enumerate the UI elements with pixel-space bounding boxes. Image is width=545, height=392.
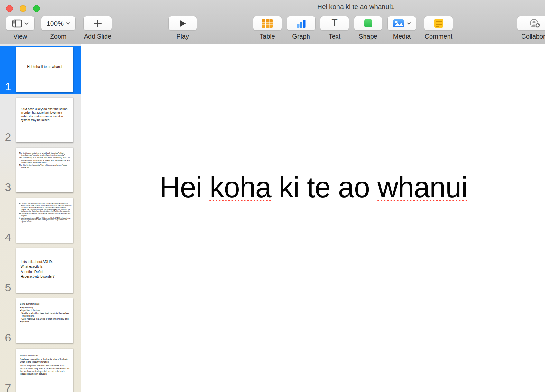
slide-thumbnail[interactable]: Lets talk about ADHD.What exactly isAtte… xyxy=(16,248,73,293)
graph-button[interactable]: Graph xyxy=(287,16,316,31)
thumbnail-paragraph: The first is our nurturing of what I cal… xyxy=(19,152,72,156)
slide-number: 7 xyxy=(0,382,16,392)
text-icon: T xyxy=(331,18,338,28)
zoom-button[interactable]: 100% Zoom xyxy=(41,16,76,31)
thumbnail-paragraph: • Impulsive behaviour xyxy=(20,309,71,312)
thumbnail-paragraph: For those of use who teach according to … xyxy=(19,203,72,212)
view-button[interactable]: View xyxy=(6,16,35,31)
zoom-window-button[interactable] xyxy=(33,5,40,12)
thumbnail-paragraph: A delayed maturation of the frontal lobe… xyxy=(20,358,71,364)
slide-thumbnail[interactable]: Hei koha ki te ao whanui xyxy=(16,47,73,92)
toolbar: Hei koha ki te ao whanui1 View 100% xyxy=(0,0,545,44)
keynote-window: Hei koha ki te ao whanui1 View 100% xyxy=(0,0,545,392)
table-label: Table xyxy=(260,33,275,40)
thumbnail-paragraph: • Unable to sit still or keep their hand… xyxy=(20,312,71,317)
slide-title-text[interactable]: Hei koha ki te ao whanui xyxy=(82,173,545,202)
add-slide-button[interactable]: Add Slide xyxy=(83,16,112,31)
play-icon xyxy=(179,19,187,28)
slide-thumbnail[interactable]: What is the cause?A delayed maturation o… xyxy=(16,349,73,392)
slide-row: 5 Lets talk about ADHD.What exactly isAt… xyxy=(0,248,81,293)
table-button[interactable]: Table xyxy=(253,16,282,31)
play-label: Play xyxy=(176,33,189,40)
thumbnail-paragraph: Some symptoms are xyxy=(20,303,71,306)
slide-thumbnail[interactable]: For those of use who teach according to … xyxy=(16,198,73,243)
slide-number: 4 xyxy=(0,231,16,244)
title-word: ki te ao xyxy=(271,171,377,203)
chevron-down-icon xyxy=(66,22,70,25)
thumbnail-paragraph: • dyslexia xyxy=(20,320,71,323)
slide-number: 1 xyxy=(0,80,16,93)
slide-number: 5 xyxy=(0,281,16,294)
graph-label: Graph xyxy=(292,33,310,40)
view-label: View xyxy=(14,33,27,40)
text-button[interactable]: T Text xyxy=(320,16,349,31)
slide-thumbnail[interactable]: Some symptoms are• Hyperactivity• Impuls… xyxy=(16,298,73,343)
shape-icon xyxy=(364,19,373,28)
add-collaborator-icon xyxy=(530,19,540,28)
shape-label: Shape xyxy=(359,33,377,40)
collaborate-label: Collabora xyxy=(521,33,545,40)
misspelled-word: whanui xyxy=(377,171,467,203)
comment-button[interactable]: Comment xyxy=(424,16,453,31)
misspelled-word: koha xyxy=(210,171,271,203)
thumbnail-paragraph: Hyperactivity Disorder? xyxy=(21,274,71,279)
zoom-label: Zoom xyxy=(50,33,66,40)
view-layout-icon xyxy=(12,19,22,28)
media-button[interactable]: Media xyxy=(387,16,416,31)
thumbnail-paragraph: Lets talk about ADHD. xyxy=(21,259,71,264)
chevron-down-icon xyxy=(24,22,29,25)
slide-row: 6 Some symptoms are• Hyperactivity• Impu… xyxy=(0,298,81,343)
collaborate-button[interactable]: Collabora xyxy=(517,16,545,31)
media-label: Media xyxy=(393,33,411,40)
slide-row: 7 What is the cause?A delayed maturation… xyxy=(0,349,81,392)
slide-number: 2 xyxy=(0,131,16,143)
thumbnail-paragraph: This is the part of the brain which enab… xyxy=(20,364,71,376)
text-label: Text xyxy=(329,33,341,40)
window-title: Hei koha ki te ao whanui1 xyxy=(285,3,427,11)
thumbnail-paragraph: The third is the “rangatira” key which m… xyxy=(19,164,72,169)
thumbnail-paragraph: The second key is to do with “wai” more … xyxy=(19,157,72,164)
slide-number: 3 xyxy=(0,181,16,193)
thumbnail-paragraph: • Hyperactivity xyxy=(20,306,71,309)
shape-button[interactable]: Shape xyxy=(354,16,382,31)
slide-list: 1 Hei koha ki te ao whanui 2 KKM have 3 … xyxy=(0,47,81,392)
close-window-button[interactable] xyxy=(6,5,13,12)
thumbnail-paragraph: Attention Deficit xyxy=(21,269,71,274)
media-icon xyxy=(393,19,404,28)
slide-row: 3 The first is our nurturing of what I c… xyxy=(0,148,81,192)
chevron-down-icon xyxy=(407,22,411,25)
thumbnail-paragraph: What exactly is xyxy=(21,264,71,269)
zoom-value: 100% xyxy=(46,20,64,27)
table-icon xyxy=(262,19,273,28)
thumbnail-paragraph: In pakeha society, some 20% of children … xyxy=(19,217,72,223)
comment-icon xyxy=(434,19,443,28)
plus-icon xyxy=(93,19,102,28)
graph-icon xyxy=(296,19,306,28)
slide-row: 4 For those of use who teach according t… xyxy=(0,198,81,243)
slide-row: 2 KKM have 3 keys to offer the nation in… xyxy=(0,98,81,142)
slide-number: 6 xyxy=(0,331,16,344)
thumbnail-paragraph: Each little darling has their own potent… xyxy=(19,213,72,217)
slide-navigator: 1 Hei koha ki te ao whanui 2 KKM have 3 … xyxy=(0,44,81,392)
slide-canvas[interactable]: Hei koha ki te ao whanui xyxy=(82,44,545,392)
thumbnail-paragraph: What is the cause? xyxy=(20,354,71,357)
title-word: Hei xyxy=(160,171,210,203)
minimize-window-button[interactable] xyxy=(20,5,26,12)
add-slide-label: Add Slide xyxy=(84,33,112,40)
slide-thumbnail[interactable]: The first is our nurturing of what I cal… xyxy=(16,148,73,192)
thumbnail-paragraph: Hei koha ki te ao whanui xyxy=(27,65,62,69)
slide-row: 1 Hei koha ki te ao whanui xyxy=(0,47,81,92)
comment-label: Comment xyxy=(425,33,453,40)
play-button[interactable]: Play xyxy=(168,16,197,31)
thumbnail-paragraph: • Quiet reclusive in a world of their ow… xyxy=(20,318,71,321)
thumbnail-paragraph: KKM have 3 keys to offer the nation in o… xyxy=(21,107,70,122)
slide-thumbnail[interactable]: KKM have 3 keys to offer the nation in o… xyxy=(16,98,73,142)
